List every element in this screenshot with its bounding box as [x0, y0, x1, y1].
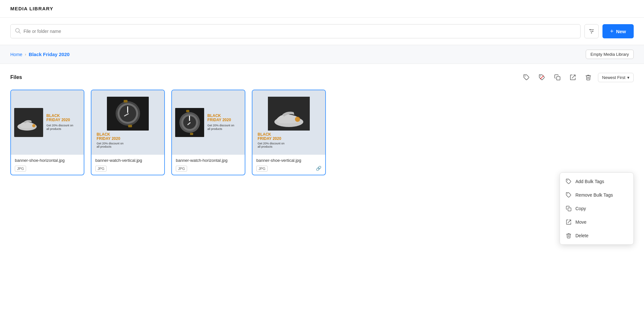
bf-heading: BLACKFRIDAY 2020 [97, 132, 162, 141]
file-preview: BLACKFRIDAY 2020 Get 20% discount onall … [172, 90, 245, 155]
delete-button[interactable] [582, 72, 594, 83]
bf-subtext: Get 20% discount onall products [207, 124, 234, 131]
product-photo [14, 108, 43, 137]
remove-tags-button[interactable] [536, 72, 548, 83]
svg-rect-29 [186, 110, 189, 112]
product-photo [107, 97, 149, 131]
svg-rect-19 [127, 106, 128, 113]
file-type-badge: JPG [95, 166, 107, 171]
svg-rect-22 [128, 125, 132, 127]
svg-rect-36 [568, 208, 571, 211]
search-input[interactable] [24, 29, 576, 34]
context-menu: Add Bulk Tags Remove Bulk Tags Copy Move… [560, 172, 634, 245]
context-menu-label: Move [575, 220, 586, 225]
file-name: banner-shoe-vertical.jpg [256, 158, 321, 163]
bf-heading: BLACKFRIDAY 2020 [207, 114, 234, 122]
svg-point-14 [32, 124, 35, 127]
context-menu-item-move[interactable]: Move [560, 215, 633, 229]
filter-button[interactable] [584, 24, 599, 38]
tag-add-icon [566, 179, 572, 184]
svg-point-5 [590, 29, 591, 30]
files-section: Files Newest First [0, 64, 644, 183]
product-photo [175, 108, 204, 137]
file-info: banner-watch-horizontal.jpg JPG [172, 155, 245, 175]
empty-library-button[interactable]: Empty Media Library [586, 50, 634, 59]
search-container [10, 24, 581, 38]
file-card[interactable]: BLACKFRIDAY 2020 Get 20% discount onall … [171, 90, 245, 175]
breadcrumb: Home › Black Friday 2020 [10, 52, 70, 57]
sort-label: Newest First [602, 75, 625, 80]
file-name: banner-watch-horizontal.jpg [176, 158, 241, 163]
breadcrumb-separator: › [25, 52, 26, 57]
product-photo [268, 97, 310, 131]
breadcrumb-home[interactable]: Home [10, 52, 22, 57]
files-header: Files Newest First [10, 72, 634, 83]
file-grid: BLACKFRIDAY 2020 Get 20% discount onall … [10, 90, 634, 175]
sort-dropdown[interactable]: Newest First ▾ [598, 73, 634, 82]
bf-subtext: Get 20% discount onall products [97, 142, 162, 148]
svg-line-1 [19, 32, 21, 34]
file-preview: BLACKFRIDAY 2020 Get 20% discount onall … [252, 90, 325, 155]
files-title: Files [10, 74, 22, 80]
page-title: MEDIA LIBRARY [10, 6, 53, 11]
file-card[interactable]: BLACKFRIDAY 2020 Get 20% discount onall … [91, 90, 165, 175]
copy-button[interactable] [552, 72, 563, 83]
banner-image-sim: BLACKFRIDAY 2020 Get 20% discount onall … [252, 90, 325, 155]
file-type-badge: JPG [256, 166, 268, 171]
banner-image-sim: BLACKFRIDAY 2020 Get 20% discount onall … [91, 90, 164, 155]
move-icon [566, 219, 572, 225]
svg-rect-27 [189, 116, 190, 121]
svg-point-33 [295, 117, 300, 122]
delete-icon [566, 233, 572, 239]
banner-image-sim: BLACKFRIDAY 2020 Get 20% discount onall … [172, 90, 245, 155]
context-menu-item-add-bulk-tags[interactable]: Add Bulk Tags [560, 175, 633, 188]
banner-text: BLACKFRIDAY 2020 Get 20% discount onall … [255, 132, 323, 148]
context-menu-item-copy[interactable]: Copy [560, 202, 633, 215]
breadcrumb-bar: Home › Black Friday 2020 Empty Media Lib… [0, 45, 644, 64]
plus-icon: + [610, 28, 614, 35]
toolbar: + New [0, 18, 644, 45]
search-icon [14, 27, 21, 35]
move-button[interactable] [567, 72, 579, 83]
file-type-badge: JPG [15, 166, 26, 171]
files-actions: Newest First ▾ [521, 72, 634, 83]
svg-rect-21 [124, 100, 128, 103]
bf-subtext: Get 20% discount onall products [258, 142, 323, 148]
bf-heading: BLACKFRIDAY 2020 [258, 132, 323, 141]
svg-rect-30 [190, 133, 193, 135]
file-info: banner-watch-vertical.jpg JPG [91, 155, 164, 175]
file-type-badge: JPG [176, 166, 187, 171]
file-name: banner-shoe-horizontal.jpg [15, 158, 80, 163]
context-menu-label: Remove Bulk Tags [575, 192, 613, 198]
link-icon: 🔗 [316, 166, 321, 171]
svg-point-6 [592, 31, 593, 32]
add-tags-button[interactable] [521, 72, 532, 83]
page-header: MEDIA LIBRARY [0, 0, 644, 18]
svg-point-7 [591, 32, 592, 33]
bf-heading: BLACKFRIDAY 2020 [46, 114, 73, 122]
svg-rect-11 [556, 77, 560, 80]
new-button-label: New [616, 29, 626, 34]
new-button[interactable]: + New [602, 24, 634, 38]
copy-icon [566, 206, 572, 211]
breadcrumb-current: Black Friday 2020 [29, 52, 70, 57]
banner-image-sim: BLACKFRIDAY 2020 Get 20% discount onall … [11, 90, 84, 155]
chevron-down-icon: ▾ [627, 75, 630, 80]
context-menu-label: Delete [575, 233, 588, 238]
context-menu-item-remove-bulk-tags[interactable]: Remove Bulk Tags [560, 188, 633, 202]
file-preview: BLACKFRIDAY 2020 Get 20% discount onall … [91, 90, 164, 155]
context-menu-label: Add Bulk Tags [575, 179, 604, 184]
file-card[interactable]: BLACKFRIDAY 2020 Get 20% discount onall … [252, 90, 326, 175]
file-preview: BLACKFRIDAY 2020 Get 20% discount onall … [11, 90, 84, 155]
banner-text: BLACKFRIDAY 2020 Get 20% discount onall … [207, 114, 234, 131]
file-info: banner-shoe-vertical.jpg JPG 🔗 [252, 155, 325, 175]
file-card[interactable]: BLACKFRIDAY 2020 Get 20% discount onall … [10, 90, 84, 175]
file-name: banner-watch-vertical.jpg [95, 158, 160, 163]
bf-subtext: Get 20% discount onall products [46, 124, 73, 131]
tag-remove-icon [566, 192, 572, 198]
banner-text: BLACKFRIDAY 2020 Get 20% discount onall … [46, 114, 73, 131]
file-info: banner-shoe-horizontal.jpg JPG [11, 155, 84, 175]
banner-text: BLACKFRIDAY 2020 Get 20% discount onall … [94, 132, 162, 148]
context-menu-label: Copy [575, 206, 586, 211]
context-menu-item-delete[interactable]: Delete [560, 229, 633, 242]
